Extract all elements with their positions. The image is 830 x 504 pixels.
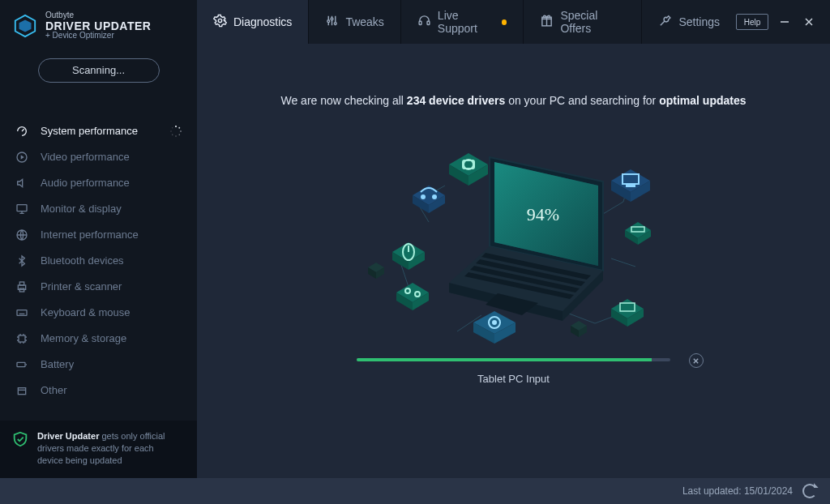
svg-point-54 <box>492 320 497 325</box>
svg-point-23 <box>335 23 337 25</box>
sidebar-nav: System performance Video performance Aud… <box>0 118 197 404</box>
tab-label: Special Offers <box>560 9 625 35</box>
monitor-icon <box>15 202 29 216</box>
speaker-icon <box>15 176 29 190</box>
last-updated-text: Last updated: 15/01/2024 <box>682 485 793 497</box>
svg-rect-24 <box>419 21 421 24</box>
tab-special-offers[interactable]: Special Offers <box>524 0 642 44</box>
gift-icon <box>540 14 554 30</box>
chip-icon <box>15 331 29 346</box>
current-scan-item: Tablet PC Input <box>477 373 550 385</box>
tab-label: Settings <box>678 15 720 28</box>
svg-rect-19 <box>18 387 25 394</box>
statusbar: Last updated: 15/01/2024 <box>0 478 830 504</box>
minimize-button[interactable] <box>777 14 793 30</box>
svg-rect-59 <box>626 184 635 187</box>
sidebar-item-label: System performance <box>41 125 138 137</box>
svg-rect-25 <box>427 21 430 24</box>
laptop-illustration: 94% <box>368 125 660 352</box>
sidebar-item-internet-performance[interactable]: Internet performance <box>0 222 197 248</box>
svg-point-4 <box>180 130 182 132</box>
tab-diagnostics[interactable]: Diagnostics <box>197 0 309 44</box>
svg-rect-16 <box>17 310 27 315</box>
notification-dot-icon <box>502 19 507 25</box>
headset-icon <box>417 14 431 30</box>
tab-label: Live Support <box>438 9 495 35</box>
svg-rect-17 <box>19 335 25 342</box>
brand-big: DRIVER UPDATER <box>45 20 151 32</box>
svg-point-8 <box>170 130 171 131</box>
svg-point-9 <box>172 127 173 128</box>
sidebar-item-keyboard-mouse[interactable]: Keyboard & mouse <box>0 300 197 326</box>
tab-settings[interactable]: Settings <box>642 0 736 44</box>
tab-label: Diagnostics <box>233 15 292 28</box>
svg-point-7 <box>172 134 173 135</box>
sidebar-item-printer-scanner[interactable]: Printer & scanner <box>0 274 197 300</box>
tab-tweaks[interactable]: Tweaks <box>309 0 400 44</box>
sidebar-item-system-performance[interactable]: System performance <box>0 118 197 144</box>
scan-message: We are now checking all 234 device drive… <box>280 94 746 107</box>
sidebar-item-label: Keyboard & mouse <box>41 306 130 318</box>
loading-spinner-icon <box>169 125 182 138</box>
scan-button[interactable]: Scanning... <box>38 58 160 83</box>
svg-point-5 <box>179 134 180 135</box>
sidebar-item-label: Video performance <box>41 151 130 163</box>
content-area: We are now checking all 234 device drive… <box>197 44 830 478</box>
svg-rect-14 <box>19 282 24 285</box>
gear-diagnostics-icon <box>213 14 227 30</box>
progress-fill <box>357 358 652 361</box>
box-icon <box>15 383 29 398</box>
wrench-icon <box>658 14 672 30</box>
topbar: Diagnostics Tweaks Live Support Special … <box>197 0 830 44</box>
brand-logo-icon <box>13 14 37 38</box>
sidebar-item-label: Other <box>41 384 67 396</box>
svg-point-38 <box>421 194 426 199</box>
refresh-button[interactable] <box>802 484 817 498</box>
sidebar-item-label: Monitor & display <box>41 203 122 215</box>
shield-check-icon <box>11 430 29 467</box>
svg-point-21 <box>327 20 330 23</box>
svg-rect-18 <box>17 362 25 366</box>
sidebar-item-video-performance[interactable]: Video performance <box>0 144 197 170</box>
tab-label: Tweaks <box>345 15 383 28</box>
brand-block: Outbyte DRIVER UPDATER + Device Optimize… <box>0 0 197 47</box>
bluetooth-icon <box>15 254 29 268</box>
sidebar-item-monitor-display[interactable]: Monitor & display <box>0 196 197 222</box>
svg-point-2 <box>175 126 177 127</box>
close-button[interactable] <box>801 14 817 30</box>
sidebar-item-memory-storage[interactable]: Memory & storage <box>0 326 197 352</box>
sidebar-item-label: Internet performance <box>41 229 139 241</box>
tab-live-support[interactable]: Live Support <box>401 0 524 44</box>
svg-marker-1 <box>19 19 32 32</box>
keyboard-icon <box>15 305 29 320</box>
progress-bar <box>357 358 670 361</box>
svg-point-39 <box>432 194 437 199</box>
scan-percent-text: 94% <box>526 204 558 224</box>
sidebar-item-bluetooth-devices[interactable]: Bluetooth devices <box>0 248 197 274</box>
speedometer-icon <box>15 124 29 139</box>
help-button[interactable]: Help <box>736 14 768 30</box>
brand-small: Outbyte <box>45 11 151 20</box>
svg-point-22 <box>331 18 333 20</box>
cancel-scan-button[interactable] <box>689 353 704 368</box>
sidebar-item-label: Printer & scanner <box>41 280 122 293</box>
sidebar-item-label: Bluetooth devices <box>41 254 124 267</box>
svg-point-6 <box>175 135 176 136</box>
globe-icon <box>15 228 29 242</box>
play-circle-icon <box>15 150 29 164</box>
brand-sub: + Device Optimizer <box>45 32 151 41</box>
sidebar-item-other[interactable]: Other <box>0 378 197 404</box>
battery-icon <box>15 357 29 372</box>
sidebar-item-battery[interactable]: Battery <box>0 352 197 378</box>
svg-rect-11 <box>17 204 27 211</box>
sliders-icon <box>325 14 339 30</box>
scan-progress: Tablet PC Input <box>352 358 676 385</box>
sidebar-item-label: Audio performance <box>41 177 130 189</box>
svg-point-20 <box>218 19 221 22</box>
sidebar-item-label: Memory & storage <box>41 332 126 344</box>
svg-point-3 <box>178 126 180 128</box>
printer-icon <box>15 280 29 294</box>
sidebar-item-label: Battery <box>41 358 74 370</box>
sidebar-item-audio-performance[interactable]: Audio performance <box>0 170 197 196</box>
sidebar-footer: Driver Updater gets only official driver… <box>0 421 197 478</box>
